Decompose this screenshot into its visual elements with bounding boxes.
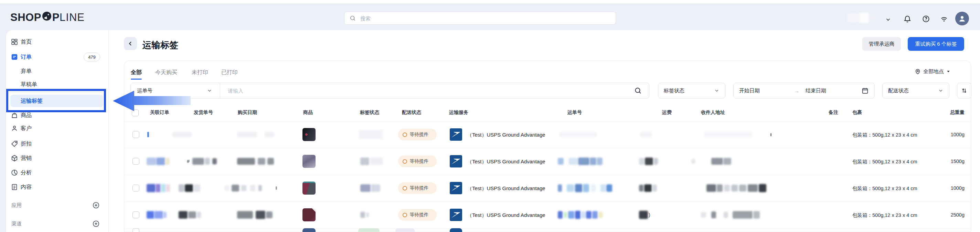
column-header-收件人地址: 收件人地址 — [701, 109, 725, 116]
column-header-购买日期: 购买日期 — [238, 109, 257, 116]
tab-今天购买[interactable]: 今天购买 — [155, 69, 177, 76]
shipping-service-name: （Test）USPS Ground Advantage — [467, 185, 546, 192]
table-row[interactable]: #等待揽件（Test）USPS Ground Advantage包装箱：500g… — [124, 148, 971, 175]
redacted-block — [652, 185, 657, 191]
row-checkbox[interactable] — [132, 185, 139, 191]
redacted-store-name-block — [859, 13, 869, 23]
redacted-block — [165, 158, 170, 165]
redacted-block — [258, 185, 262, 191]
redacted-block — [225, 185, 229, 191]
table-row[interactable]: 等待揽件（Test）USPS Ground Advantage包装箱：500g,… — [124, 175, 971, 202]
location-selector[interactable]: 全部地点 — [914, 66, 951, 77]
redacted-block — [654, 158, 658, 165]
redacted-block — [450, 228, 462, 232]
annotation-arrow-icon — [112, 89, 191, 114]
sidebar-item-内容[interactable]: 内容 — [6, 181, 108, 193]
end-date-label[interactable]: 结束日期 — [805, 87, 826, 94]
redacted-block — [212, 158, 217, 164]
redacted-block — [733, 211, 752, 219]
search-icon[interactable] — [634, 87, 642, 95]
redacted-block — [360, 158, 369, 165]
manage-carriers-button[interactable]: 管理承运商 — [862, 37, 901, 51]
network-wifi-icon[interactable] — [940, 15, 948, 23]
redacted-block — [237, 132, 257, 137]
sidebar-item-首页[interactable]: 首页 — [6, 36, 108, 48]
global-search[interactable] — [344, 12, 616, 25]
logo-text-p: P — [52, 11, 59, 24]
calendar-icon[interactable] — [861, 87, 869, 95]
content-icon — [11, 183, 18, 191]
redacted-block — [581, 211, 585, 218]
label-status-filter[interactable]: 标签状态 — [658, 83, 725, 98]
redacted-block — [598, 212, 603, 218]
sidebar-item-客户[interactable]: 客户 — [6, 122, 108, 134]
redacted-block — [753, 211, 760, 219]
package-info: 包装箱：500g,12 x 23 x 4 cm — [852, 159, 917, 165]
row-checkbox[interactable] — [132, 158, 139, 165]
sidebar-item-弃单[interactable]: 弃单 — [6, 65, 108, 77]
tab-未打印[interactable]: 未打印 — [192, 69, 208, 76]
logo-o-fish-icon — [41, 11, 52, 24]
redacted-block — [146, 158, 156, 165]
sidebar-item-label: 草稿单 — [21, 81, 37, 88]
redacted-block — [360, 212, 365, 218]
retry-purchase-labels-button[interactable]: 重试购买 6 个标签 — [908, 37, 964, 51]
redacted-block — [166, 184, 170, 192]
delivery-status-badge: 等待揽件 — [398, 182, 437, 194]
global-search-input[interactable] — [360, 15, 602, 22]
table-row-partial[interactable] — [124, 228, 971, 232]
redacted-block — [711, 211, 716, 218]
add-plus-icon[interactable] — [92, 202, 100, 209]
redacted-block — [558, 158, 564, 165]
redacted-block — [724, 212, 728, 218]
redacted-block — [640, 132, 652, 137]
redacted-block — [232, 185, 239, 191]
help-icon[interactable] — [922, 15, 930, 23]
chevron-down-icon[interactable] — [207, 88, 212, 93]
sidebar-item-分析[interactable]: 分析 — [6, 166, 108, 179]
date-range-filter[interactable]: 开始日期 → 结束日期 — [733, 83, 875, 98]
redacted-block — [748, 184, 758, 192]
products-icon — [11, 112, 18, 119]
add-plus-icon[interactable] — [92, 220, 100, 227]
row-checkbox[interactable] — [132, 211, 139, 218]
redacted-block — [178, 184, 184, 192]
sidebar-item-折扣[interactable]: 折扣 — [6, 137, 108, 150]
redacted-block — [146, 211, 154, 219]
column-header-包裹: 包裹 — [852, 109, 862, 116]
start-date-label[interactable]: 开始日期 — [739, 87, 760, 94]
chevron-down-icon[interactable] — [885, 16, 893, 25]
redacted-block — [591, 184, 596, 192]
tab-已打印[interactable]: 已打印 — [221, 69, 238, 76]
waybill-number-input[interactable] — [227, 87, 607, 94]
table-row[interactable]: )等待揽件（Test）USPS Ground Advantage包装箱：500g… — [124, 202, 971, 229]
back-button[interactable] — [124, 37, 137, 50]
sidebar-item-订单[interactable]: 订单479 — [6, 51, 108, 63]
sidebar-section-label: 应用 — [11, 202, 22, 209]
user-avatar[interactable] — [955, 12, 969, 25]
redacted-block — [639, 185, 643, 191]
tab-全部[interactable]: 全部 — [131, 69, 142, 76]
sidebar-section-label: 渠道 — [11, 221, 22, 227]
redacted-block — [704, 132, 752, 137]
shopline-logo[interactable]: SHOPPLINE — [10, 12, 85, 23]
sidebar-item-label: 折扣 — [21, 140, 32, 148]
redacted-block — [691, 159, 695, 164]
redacted-block — [568, 211, 574, 219]
location-pin-icon — [914, 68, 921, 75]
redacted-block — [731, 185, 738, 191]
shipping-service-name: （Test）USPS Ground Advantage — [467, 159, 546, 165]
table-row[interactable]: 等待揽件（Test）USPS Ground Advantage包装箱：500g,… — [124, 121, 971, 148]
redacted-block — [558, 184, 562, 192]
column-header-发货单号: 发货单号 — [194, 109, 213, 116]
sidebar-item-营销[interactable]: 营销 — [6, 152, 108, 164]
redacted-block — [370, 158, 383, 165]
redacted-block — [575, 184, 582, 192]
redacted-block — [567, 184, 574, 192]
delivery-status-filter[interactable]: 配送状态 — [882, 83, 950, 98]
notifications-bell-icon[interactable] — [903, 15, 912, 23]
redacted-block — [644, 184, 652, 192]
sort-button[interactable] — [957, 83, 971, 98]
row-checkbox[interactable] — [132, 131, 139, 138]
sidebar-section-渠道: 渠道 — [6, 219, 108, 229]
